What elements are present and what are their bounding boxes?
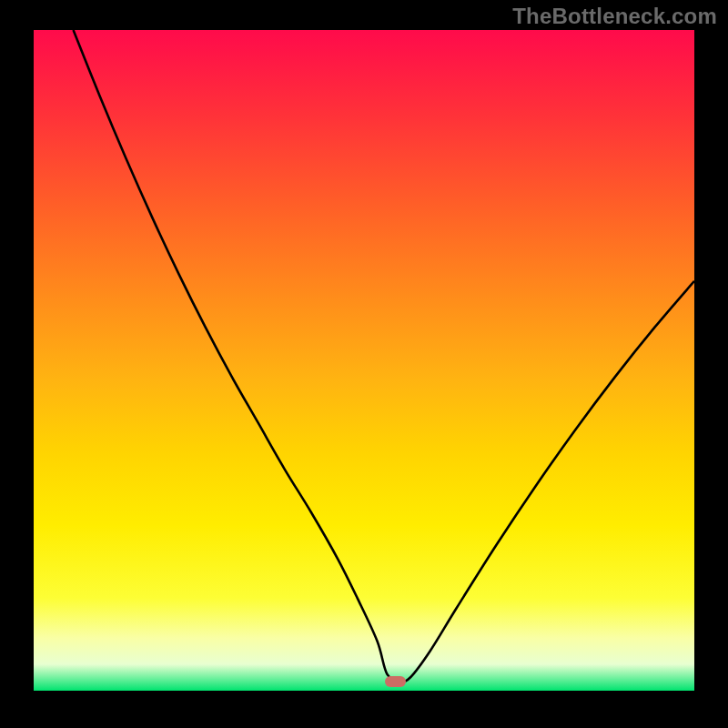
watermark-text: TheBottleneck.com xyxy=(512,4,717,29)
chart-frame: TheBottleneck.com xyxy=(0,0,728,728)
curve-svg xyxy=(34,30,694,691)
bottleneck-curve xyxy=(74,30,694,682)
plot-area xyxy=(34,30,694,691)
bottleneck-marker xyxy=(385,676,406,687)
